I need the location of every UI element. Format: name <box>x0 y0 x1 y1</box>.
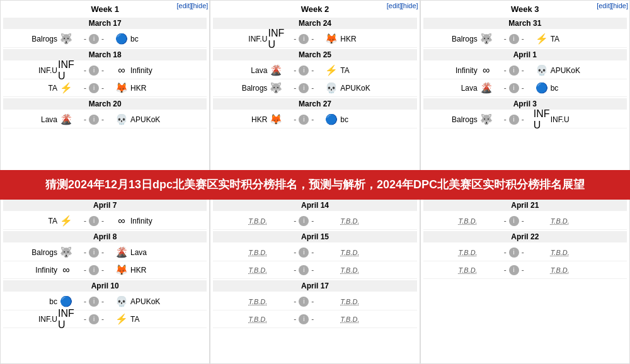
info-icon[interactable]: i <box>89 216 99 226</box>
match-dash: - <box>504 266 507 275</box>
info-icon[interactable]: i <box>299 115 309 125</box>
match-row: INF.UINF U-i-⚡TA <box>3 310 207 328</box>
team-name-right: TA <box>130 315 139 324</box>
info-icon[interactable]: i <box>89 265 99 275</box>
match-row: bc🔵-i-💀APUKoK <box>3 293 207 310</box>
team-right: 💀APUKoK <box>113 113 182 127</box>
match-dash: - <box>101 35 104 43</box>
info-icon[interactable]: i <box>299 314 309 324</box>
edit-link-week1[interactable]: [edit] <box>176 2 192 9</box>
info-icon[interactable]: i <box>89 34 99 44</box>
match-row: T.B.D.-i-T.B.D. <box>213 293 416 310</box>
match-center: -i- <box>495 83 533 93</box>
hide-link-week1[interactable]: [hide] <box>191 2 208 9</box>
week-panel-week1: [edit][hide]Week 1March 17Balrogs🐺-i-🔵bc… <box>0 0 210 182</box>
info-icon[interactable]: i <box>509 83 519 93</box>
match-dash: - <box>294 248 296 257</box>
info-icon[interactable]: i <box>299 34 309 44</box>
match-dash: - <box>311 315 314 324</box>
info-icon[interactable]: i <box>299 265 309 275</box>
team-left: Lava🌋 <box>215 64 285 77</box>
team-name-right: Infinity <box>130 217 152 225</box>
info-icon[interactable]: i <box>299 65 309 76</box>
logo-hkr: 🦊 <box>324 32 338 46</box>
match-dash: - <box>84 115 86 124</box>
info-icon[interactable]: i <box>509 216 519 226</box>
team-left: Balrogs🐺 <box>426 113 495 127</box>
info-icon[interactable]: i <box>509 247 519 258</box>
logo-ta: ⚡ <box>59 81 73 95</box>
date-header: March 18 <box>3 49 207 60</box>
logo-lava: 🌋 <box>59 113 73 127</box>
logo-lava: 🌋 <box>479 81 493 95</box>
team-name-right: APUKoK <box>340 84 370 93</box>
team-left: HKR🦊 <box>215 113 285 127</box>
team-right: T.B.D. <box>533 214 602 228</box>
team-name-right: bc <box>130 35 139 43</box>
team-name-right: Infinity <box>130 66 152 75</box>
match-dash: - <box>101 315 104 324</box>
edit-link-week2[interactable]: [edit] <box>387 2 402 9</box>
date-header: April 22 <box>423 231 627 242</box>
match-dash: - <box>504 35 507 43</box>
logo-tbd <box>535 214 549 228</box>
week-panel-week6: [edit][hide]Week 6April 21T.B.D.-i-T.B.D… <box>420 182 630 364</box>
info-icon[interactable]: i <box>509 34 519 44</box>
info-icon[interactable]: i <box>509 265 519 275</box>
info-icon[interactable]: i <box>89 247 99 258</box>
info-icon[interactable]: i <box>299 247 309 258</box>
date-header: March 27 <box>213 98 416 110</box>
info-icon[interactable]: i <box>89 65 99 76</box>
match-row: TA⚡-i-🦊HKR <box>3 79 207 97</box>
info-icon[interactable]: i <box>299 297 309 307</box>
match-row: T.B.D.-i-T.B.D. <box>213 261 416 279</box>
match-row: Lava🌋-i-🔵bc <box>423 79 627 97</box>
match-row: Balrogs🐺-i-INF UINF.U <box>423 111 627 128</box>
hide-link-week3[interactable]: [hide] <box>611 2 628 9</box>
match-center: -i- <box>285 216 323 226</box>
info-icon[interactable]: i <box>89 115 99 125</box>
hide-link-week2[interactable]: [hide] <box>401 2 418 9</box>
team-right: ∞Infinity <box>113 64 182 77</box>
logo-balrogs: 🐺 <box>479 32 493 46</box>
team-name-left: T.B.D. <box>248 298 267 305</box>
info-icon[interactable]: i <box>299 216 309 226</box>
team-right: ⚡TA <box>113 312 182 326</box>
info-icon[interactable]: i <box>89 297 99 307</box>
team-right: 💀APUKoK <box>323 81 392 95</box>
team-right: ⚡TA <box>323 64 392 77</box>
info-icon[interactable]: i <box>299 83 309 93</box>
match-row: Lava🌋-i-⚡TA <box>213 62 416 79</box>
match-row: T.B.D.-i-T.B.D. <box>213 212 416 230</box>
match-center: -i- <box>75 297 113 307</box>
team-left: T.B.D. <box>426 263 495 277</box>
date-header: March 17 <box>3 18 207 29</box>
week-panel-week5: [edit][hide]Week 5April 14T.B.D.-i-T.B.D… <box>210 182 420 364</box>
logo-tbd <box>479 263 493 277</box>
match-dash: - <box>522 115 524 124</box>
logo-tbd <box>535 246 549 259</box>
match-dash: - <box>294 66 296 75</box>
match-center: -i- <box>495 247 533 258</box>
match-dash: - <box>311 217 314 225</box>
team-name-left: Balrogs <box>242 84 268 93</box>
edit-link-week3[interactable]: [edit] <box>597 2 612 9</box>
logo-tbd <box>324 246 338 259</box>
info-icon[interactable]: i <box>89 314 99 324</box>
team-name-right: T.B.D. <box>340 298 359 305</box>
team-name-left: Infinity <box>455 66 478 75</box>
logo-tbd <box>479 246 493 259</box>
team-left: TA⚡ <box>6 214 75 228</box>
match-dash: - <box>101 84 104 93</box>
logo-balrogs: 🐺 <box>479 113 493 127</box>
logo-infinity: ∞ <box>479 64 493 77</box>
match-center: -i- <box>285 115 323 125</box>
date-header: April 1 <box>423 49 627 60</box>
info-icon[interactable]: i <box>89 83 99 93</box>
team-name-left: HKR <box>251 115 267 124</box>
date-header: April 15 <box>213 231 416 242</box>
team-name-right: bc <box>340 115 348 124</box>
info-icon[interactable]: i <box>509 65 519 76</box>
info-icon[interactable]: i <box>509 115 519 125</box>
team-name-left: Balrogs <box>452 115 478 124</box>
